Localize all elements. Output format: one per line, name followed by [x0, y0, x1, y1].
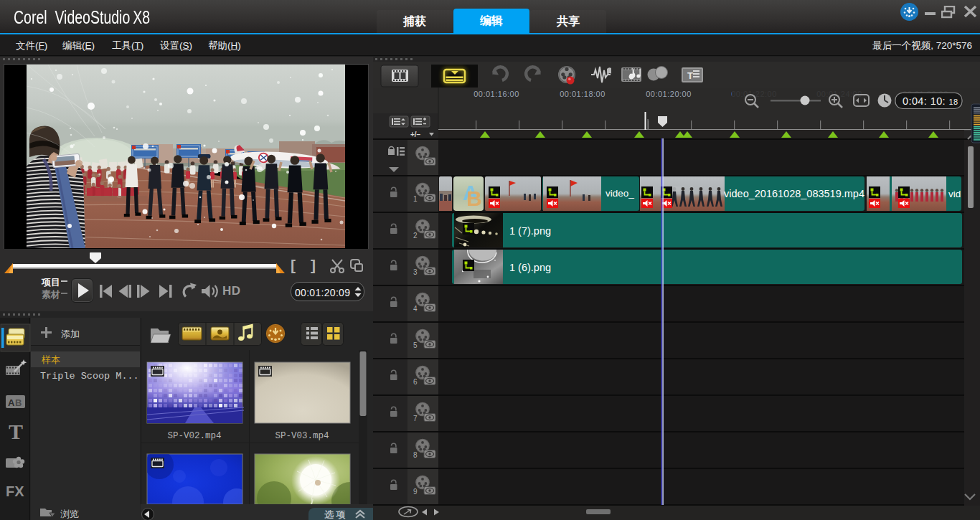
svg-text:6: 6: [413, 378, 418, 386]
svg-text:8: 8: [413, 451, 418, 459]
svg-text:video_: video_: [606, 188, 634, 199]
svg-text:7: 7: [413, 415, 418, 422]
svg-text:5: 5: [413, 341, 418, 349]
svg-text:00:01:16:00: 00:01:16:00: [473, 90, 519, 98]
svg-text:SP-V03.mp4: SP-V03.mp4: [275, 431, 329, 441]
svg-text:T: T: [9, 420, 23, 443]
svg-text:00:01:18:00: 00:01:18:00: [560, 90, 606, 98]
svg-text:1 (7).png: 1 (7).png: [509, 225, 551, 237]
svg-text:0:04: 10: 18: 0:04: 10: 18: [903, 95, 958, 107]
svg-text:1 (6).png: 1 (6).png: [509, 262, 551, 273]
svg-text:B: B: [466, 186, 482, 210]
svg-text:1: 1: [413, 195, 418, 203]
svg-text:SP-V02.mp4: SP-V02.mp4: [167, 431, 221, 441]
svg-text:3: 3: [413, 268, 418, 276]
svg-text:4: 4: [413, 305, 418, 313]
svg-text:vid: vid: [948, 189, 961, 199]
svg-text:B: B: [15, 397, 22, 408]
svg-text:2: 2: [413, 232, 418, 240]
svg-text:video_20161028_083519.mp4: video_20161028_083519.mp4: [724, 188, 864, 199]
svg-text:T: T: [687, 70, 693, 81]
svg-text:9: 9: [413, 488, 418, 496]
svg-text:A: A: [8, 397, 15, 408]
svg-text:+/–: +/–: [410, 131, 421, 138]
svg-text:00:01:20:00: 00:01:20:00: [646, 90, 692, 98]
svg-text:FX: FX: [6, 483, 24, 499]
